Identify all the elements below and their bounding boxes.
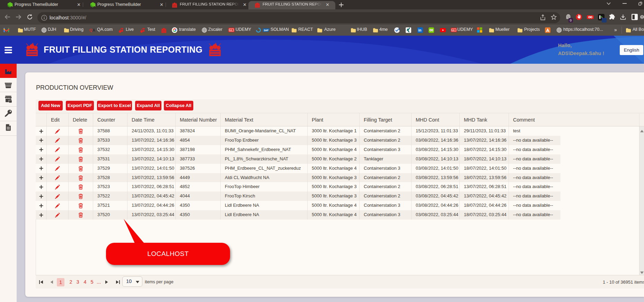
- svg-text:A: A: [92, 28, 95, 32]
- svg-text:in: in: [418, 28, 422, 32]
- svg-text:Q: Q: [89, 28, 92, 32]
- svg-text:UD: UD: [230, 29, 232, 31]
- svg-text:SAP: SAP: [264, 29, 269, 32]
- svg-text:UD: UD: [452, 29, 455, 31]
